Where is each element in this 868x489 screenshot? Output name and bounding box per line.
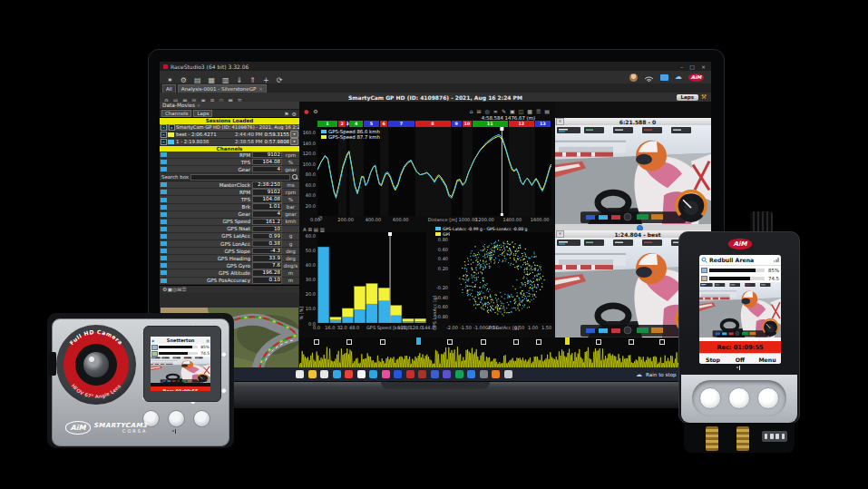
- split-icon[interactable]: ◫: [519, 108, 524, 114]
- taskbar-app-icon[interactable]: [308, 370, 317, 378]
- weather-text[interactable]: Rain to stop: [646, 372, 677, 377]
- off-button[interactable]: Off: [727, 357, 754, 363]
- taskbar-app-icon[interactable]: [480, 370, 488, 378]
- taskbar-app-icon[interactable]: [418, 370, 426, 378]
- lap-marker-icon[interactable]: [596, 339, 601, 345]
- track-segment-6[interactable]: 6: [380, 121, 388, 127]
- track-segment-4[interactable]: 4: [349, 121, 363, 127]
- lap-marker-icon[interactable]: [380, 339, 385, 345]
- onboard-video-1[interactable]: [555, 125, 711, 224]
- user-avatar-icon[interactable]: [629, 73, 638, 82]
- camera-button-3[interactable]: [193, 410, 210, 427]
- checkbox-icon[interactable]: ✕: [161, 124, 167, 131]
- menu-button[interactable]: Menu: [754, 357, 781, 363]
- session-overview-strip[interactable]: [299, 337, 711, 367]
- channel-row[interactable]: GPS Speed161.2kmh: [160, 219, 299, 226]
- lap-marker-icon[interactable]: [314, 339, 319, 345]
- gear-icon[interactable]: ⚙: [292, 111, 297, 117]
- track-segment-13[interactable]: 13: [535, 121, 551, 127]
- channel-row[interactable]: GPS Heading33.9deg: [160, 255, 299, 262]
- taskbar-app-icon[interactable]: [320, 370, 328, 378]
- measure-icon[interactable]: ≍: [493, 108, 498, 114]
- close-icon[interactable]: ×: [556, 118, 564, 125]
- lap-marker-icon[interactable]: [659, 339, 665, 345]
- maximize-button[interactable]: □: [689, 64, 695, 70]
- stop-button[interactable]: Stop: [699, 357, 727, 363]
- subtab-channels[interactable]: Channels: [161, 110, 191, 118]
- channel-row[interactable]: Gear4gear: [160, 166, 299, 173]
- taskbar-app-icon[interactable]: [504, 370, 512, 378]
- search-icon[interactable]: [292, 174, 297, 180]
- channel-row[interactable]: RPM9102rpm: [160, 189, 299, 196]
- logger-button-1[interactable]: [699, 387, 721, 409]
- laps-button[interactable]: Laps: [677, 94, 698, 101]
- track-segment-8[interactable]: 8: [415, 121, 452, 127]
- channel-row[interactable]: RPM9102rpm: [160, 152, 299, 159]
- panel-tab[interactable]: Data-Movies ×: [160, 102, 299, 110]
- taskbar-app-icon[interactable]: [443, 370, 451, 378]
- lap-marker-icon[interactable]: [513, 339, 519, 345]
- record-dot-icon[interactable]: ●: [304, 108, 308, 114]
- lap-marker-icon[interactable]: [447, 339, 453, 345]
- close-button[interactable]: ×: [701, 64, 706, 70]
- subtab-laps[interactable]: Laps: [193, 110, 212, 118]
- selected-lap-marker-icon[interactable]: [416, 337, 421, 345]
- channel-row[interactable]: TPS104.08%: [160, 196, 299, 203]
- wifi-icon[interactable]: [644, 73, 654, 82]
- channel-row[interactable]: TPS104.08%: [160, 159, 299, 166]
- lap-marker-icon[interactable]: [481, 339, 486, 345]
- lap-marker-icon[interactable]: [536, 339, 541, 345]
- speed-chart[interactable]: [317, 127, 551, 216]
- tab-close-icon[interactable]: ×: [258, 86, 263, 92]
- channel-row[interactable]: GPS Altitude196.28m: [160, 269, 299, 277]
- taskbar-app-icon[interactable]: [345, 370, 353, 378]
- gear-icon[interactable]: ⚙: [313, 108, 317, 114]
- track-segment-9[interactable]: 9: [452, 121, 463, 127]
- checkbox-icon[interactable]: ✕: [161, 132, 167, 138]
- video1-header[interactable]: × 6:21.588 - 0: [555, 118, 711, 125]
- gg-scatter-chart[interactable]: [450, 232, 553, 323]
- taskbar-app-icon[interactable]: [296, 370, 304, 378]
- channel-row[interactable]: Gear4gear: [160, 211, 299, 219]
- wrench-icon[interactable]: ⚒: [701, 94, 707, 101]
- channel-row[interactable]: GPS PosAccuracy0.10m: [160, 278, 299, 285]
- lap-row-best[interactable]: ✕ best - 2:06.4271 2:44:40 PM 0:59.3155 …: [160, 132, 299, 139]
- lap-row-1[interactable]: ✕ 1 - 2:19.8036 2:38:58 PM 0:57.9808 ▾: [160, 139, 299, 146]
- logger-button-3[interactable]: [757, 387, 779, 409]
- zoom-icon[interactable]: ◎: [485, 108, 490, 114]
- taskbar-app-icon[interactable]: [467, 370, 475, 378]
- lap-expand-button[interactable]: ▾: [290, 131, 298, 138]
- track-segment-1[interactable]: 1: [317, 121, 338, 127]
- menu-icon[interactable]: ☰: [536, 108, 541, 114]
- channel-row[interactable]: GPS Gyro7.6deg/s: [160, 262, 299, 269]
- taskbar-app-icon[interactable]: [394, 370, 402, 378]
- close-icon[interactable]: ×: [556, 230, 564, 238]
- taskbar-app-icon[interactable]: [357, 370, 366, 378]
- taskbar-app-icon[interactable]: [382, 370, 390, 378]
- lap-marker-icon[interactable]: [629, 339, 634, 345]
- selected-lap-marker-icon[interactable]: [565, 337, 570, 345]
- speed-histogram[interactable]: [317, 232, 426, 323]
- camera-button-2[interactable]: [168, 410, 185, 427]
- lap-expand-button[interactable]: ▾: [290, 138, 298, 145]
- channel-row[interactable]: GPS LatAcc0.99g: [160, 233, 299, 240]
- taskbar-app-icon[interactable]: [492, 370, 500, 378]
- search-input[interactable]: [190, 174, 290, 181]
- grid-icon[interactable]: ⊞: [477, 108, 482, 114]
- panels-icon[interactable]: ▤: [544, 108, 550, 114]
- track-segment-7[interactable]: 7: [388, 121, 414, 127]
- channel-row[interactable]: MasterClock2:38:250ms: [160, 181, 299, 189]
- channel-row[interactable]: GPS Nsat10: [160, 226, 299, 233]
- taskbar-app-icon[interactable]: [406, 370, 414, 378]
- channel-row[interactable]: GPS LonAcc0.38g: [160, 240, 299, 248]
- menu-icon[interactable]: ☰: [181, 286, 186, 292]
- minimize-button[interactable]: –: [680, 64, 683, 70]
- layout-icon[interactable]: ▣: [510, 108, 515, 114]
- checkbox-icon[interactable]: ✕: [161, 139, 167, 145]
- session-row[interactable]: ✕ ▸ SmartyCam GP HD (ID: 4109876) - 2021…: [160, 124, 299, 132]
- channel-row[interactable]: GPS Slope-4.3deg: [160, 248, 299, 255]
- taskbar-app-icon[interactable]: [333, 370, 341, 378]
- track-segment-10[interactable]: 10: [463, 121, 473, 127]
- logger-button-2[interactable]: [728, 387, 750, 409]
- devices-icon[interactable]: [660, 74, 668, 81]
